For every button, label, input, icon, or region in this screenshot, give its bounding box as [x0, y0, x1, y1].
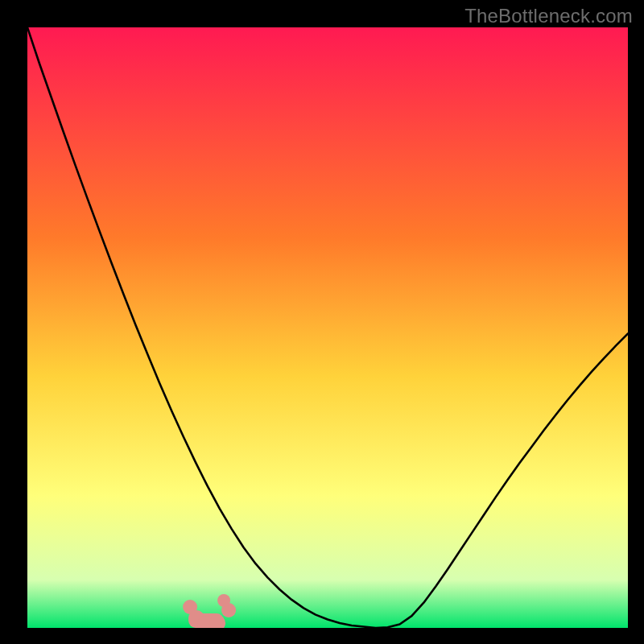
marker-dot	[217, 594, 230, 607]
plot-area	[27, 27, 628, 628]
bottleneck-chart	[27, 27, 628, 628]
watermark-text: TheBottleneck.com	[464, 5, 633, 27]
chart-frame: TheBottleneck.com	[0, 0, 644, 644]
gradient-background	[27, 27, 628, 628]
